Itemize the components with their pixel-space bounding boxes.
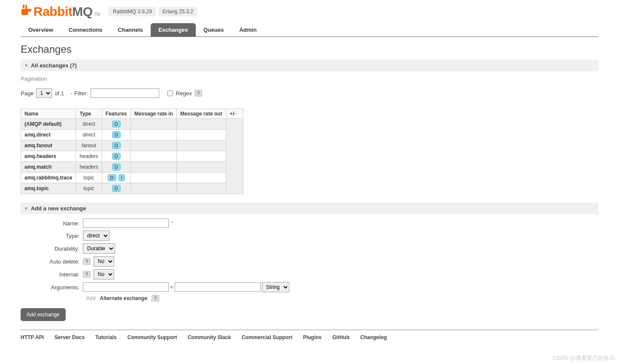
tab-queues[interactable]: Queues: [196, 23, 232, 36]
regex-label: Regex: [176, 90, 192, 97]
feature-badge: D: [112, 153, 121, 160]
logo[interactable]: RabbitMQ TM: [21, 4, 100, 19]
table-row: (AMQP default)directD: [21, 119, 243, 130]
page-select[interactable]: 1: [36, 88, 52, 98]
col-rate-in[interactable]: Message rate in: [130, 109, 176, 119]
rate-out-cell: [176, 130, 226, 140]
exchange-type: topic: [76, 173, 102, 183]
name-label: Name:: [21, 220, 83, 227]
footer-community-slack[interactable]: Community Slack: [188, 334, 231, 340]
rate-out-cell: [176, 151, 226, 162]
exchange-name-link[interactable]: (AMQP default): [24, 121, 61, 127]
all-exchanges-header[interactable]: ▼ All exchanges (7): [21, 60, 598, 71]
exchange-type: headers: [76, 162, 102, 173]
arguments-label: Arguments:: [21, 284, 83, 291]
col-name[interactable]: Name: [21, 109, 76, 119]
footer-tutorials[interactable]: Tutorials: [95, 334, 117, 340]
tab-connections[interactable]: Connections: [61, 23, 110, 36]
feature-badge: D: [112, 164, 121, 170]
autodelete-select[interactable]: No: [94, 256, 114, 267]
exchange-name-link[interactable]: amq.direct: [24, 132, 51, 138]
rate-in-cell: [130, 162, 176, 173]
page-of-label: of 1: [55, 90, 64, 97]
table-row: amq.directdirectD: [21, 130, 243, 140]
tab-overview[interactable]: Overview: [21, 23, 61, 36]
type-select[interactable]: direct: [83, 231, 109, 241]
footer: HTTP API Server Docs Tutorials Community…: [21, 330, 598, 340]
rate-in-cell: [130, 119, 176, 130]
exchange-features: D: [102, 130, 130, 140]
add-exchange-form: Name: * Type: direct Durability: Durable…: [21, 218, 598, 321]
tab-exchanges[interactable]: Exchanges: [151, 23, 196, 36]
footer-commercial-support[interactable]: Commercial Support: [242, 334, 292, 340]
alternate-exchange-link[interactable]: Alternate exchange: [100, 295, 147, 301]
feature-badge: I: [118, 174, 125, 181]
footer-plugins[interactable]: Plugins: [303, 334, 322, 340]
table-row: amq.fanoutfanoutD: [21, 140, 243, 151]
autodelete-label: Auto delete:: [21, 258, 83, 265]
feature-badge: D: [112, 121, 121, 127]
internal-help-button[interactable]: ?: [83, 271, 91, 278]
exchange-name-link[interactable]: amq.rabbitmq.trace: [24, 175, 72, 181]
exchange-type: fanout: [76, 140, 102, 151]
brand-prefix: Rabbit: [33, 4, 72, 18]
tab-admin[interactable]: Admin: [231, 23, 264, 36]
brand-suffix: MQ: [72, 4, 92, 18]
col-plusminus[interactable]: +/-: [226, 109, 243, 119]
argument-type-select[interactable]: String: [262, 282, 289, 292]
rate-out-cell: [176, 173, 226, 183]
pagination-controls: Page 1 of 1 - Filter: Regex ?: [21, 88, 598, 98]
page-label: Page: [21, 90, 33, 97]
internal-label: Internal:: [21, 271, 83, 278]
footer-community-support[interactable]: Community Support: [127, 334, 177, 340]
tab-channels[interactable]: Channels: [110, 23, 151, 36]
rate-in-cell: [130, 140, 176, 151]
exchange-name-link[interactable]: amq.fanout: [24, 143, 52, 149]
regex-help-button[interactable]: ?: [194, 90, 202, 97]
footer-server-docs[interactable]: Server Docs: [55, 334, 85, 340]
all-exchanges-label: All exchanges (7): [31, 62, 77, 69]
argument-key-input[interactable]: [83, 282, 169, 292]
footer-http-api[interactable]: HTTP API: [21, 334, 44, 340]
footer-github[interactable]: GitHub: [332, 334, 349, 340]
rabbitmq-icon: [21, 5, 32, 16]
durability-select[interactable]: Durable: [83, 243, 115, 254]
add-exchange-button[interactable]: Add exchange: [21, 308, 66, 321]
filter-label: - Filter:: [71, 90, 88, 97]
exchange-type: direct: [76, 119, 102, 130]
exchange-type: direct: [76, 130, 102, 140]
rate-out-cell: [176, 162, 226, 173]
main-tabs: Overview Connections Channels Exchanges …: [21, 23, 598, 37]
exchange-features: D: [102, 162, 130, 173]
chevron-down-icon: ▼: [24, 63, 28, 68]
col-type[interactable]: Type: [76, 109, 102, 119]
name-input[interactable]: [83, 218, 169, 228]
table-row: amq.headersheadersD: [21, 151, 243, 162]
table-row: amq.topictopicD: [21, 183, 243, 194]
exchange-name-link[interactable]: amq.headers: [24, 153, 56, 159]
regex-checkbox[interactable]: [167, 91, 173, 96]
exchange-features: D I: [102, 173, 130, 183]
autodelete-help-button[interactable]: ?: [83, 258, 91, 265]
filter-input[interactable]: [91, 88, 159, 98]
rate-out-cell: [176, 183, 226, 194]
exchange-features: D: [102, 183, 130, 194]
exchanges-table: Name Type Features Message rate in Messa…: [21, 109, 243, 194]
footer-changelog[interactable]: Changelog: [360, 334, 387, 340]
table-row: amq.rabbitmq.tracetopicD I: [21, 173, 243, 183]
rate-in-cell: [130, 173, 176, 183]
exchange-name-link[interactable]: amq.topic: [24, 185, 49, 191]
trademark: TM: [94, 12, 100, 17]
version-badge: RabbitMQ 3.9.29: [109, 7, 156, 16]
argument-value-input[interactable]: [175, 282, 261, 292]
required-marker: *: [171, 220, 173, 226]
rate-out-cell: [176, 140, 226, 151]
col-rate-out[interactable]: Message rate out: [176, 109, 226, 119]
header: RabbitMQ TM RabbitMQ 3.9.29 Erlang 25.3.…: [21, 4, 598, 19]
feature-badge: D: [108, 174, 116, 181]
exchange-name-link[interactable]: amq.match: [24, 164, 52, 170]
add-exchange-header[interactable]: ▼ Add a new exchange: [21, 203, 598, 214]
alternate-help-button[interactable]: ?: [152, 295, 159, 302]
add-argument-label: Add: [86, 295, 95, 301]
internal-select[interactable]: No: [94, 269, 114, 279]
